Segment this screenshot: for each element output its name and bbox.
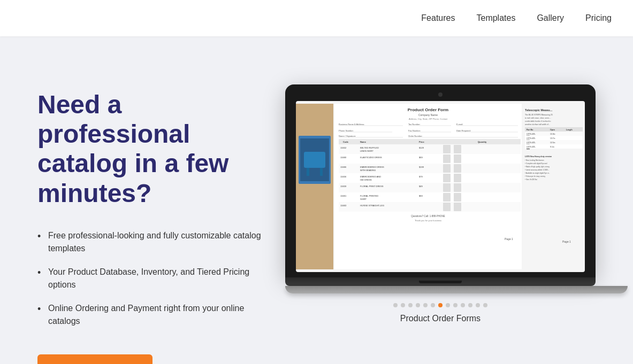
svg-rect-75 bbox=[454, 203, 461, 211]
carousel-dot-8[interactable] bbox=[446, 303, 450, 307]
svg-rect-64 bbox=[339, 192, 521, 202]
svg-text:Page 1: Page 1 bbox=[562, 240, 571, 243]
nav-templates[interactable]: Templates bbox=[476, 13, 515, 23]
svg-rect-5 bbox=[320, 168, 323, 176]
feature-item-1: Free professional-looking and fully cust… bbox=[37, 229, 264, 255]
svg-rect-58 bbox=[339, 183, 521, 192]
header: Features Templates Gallery Pricing bbox=[0, 0, 633, 36]
svg-text:LSTS New Heavy duty version: LSTS New Heavy duty version bbox=[525, 156, 552, 158]
carousel-dots bbox=[393, 303, 487, 307]
svg-text:Telescopic Measu...: Telescopic Measu... bbox=[525, 109, 553, 112]
carousel-dot-2[interactable] bbox=[401, 303, 405, 307]
carousel-dot-4[interactable] bbox=[416, 303, 420, 307]
svg-text:HID DRESS: HID DRESS bbox=[360, 179, 372, 181]
svg-text:ELASTICIZED DRESS: ELASTICIZED DRESS bbox=[360, 156, 382, 159]
svg-rect-50 bbox=[454, 164, 461, 173]
svg-text:Length: Length bbox=[566, 129, 573, 131]
main-nav: Features Templates Gallery Pricing bbox=[421, 13, 612, 23]
svg-text:13460: 13460 bbox=[340, 156, 347, 159]
svg-text:13466: 13466 bbox=[340, 166, 347, 168]
carousel-dot-5[interactable] bbox=[423, 303, 428, 307]
svg-text:$199: $199 bbox=[419, 166, 424, 168]
svg-text:$69: $69 bbox=[419, 156, 423, 159]
svg-text:Questions? Call: 1-888-PHONE: Questions? Call: 1-888-PHONE bbox=[411, 215, 445, 218]
svg-text:Business Name & Address:: Business Name & Address: bbox=[339, 123, 364, 126]
carousel-dot-7[interactable] bbox=[438, 303, 443, 307]
svg-text:• Telescopic for easy coming: • Telescopic for easy coming bbox=[525, 175, 545, 177]
svg-rect-51 bbox=[339, 173, 521, 183]
svg-rect-38 bbox=[339, 154, 521, 164]
laptop-stand bbox=[285, 286, 628, 293]
svg-text:Order Number:: Order Number: bbox=[408, 135, 423, 137]
svg-text:• Size: 8×230 flat: • Size: 8×230 flat bbox=[525, 179, 537, 181]
carousel-dot-11[interactable] bbox=[468, 303, 472, 307]
svg-text:EMBROIDERED DRESS: EMBROIDERED DRESS bbox=[360, 166, 384, 168]
svg-text:Quantity: Quantity bbox=[478, 141, 487, 143]
svg-text:$69: $69 bbox=[419, 195, 423, 197]
svg-text:• Latest accuracy added: 1/100: • Latest accuracy added: 1/1000... bbox=[525, 169, 550, 171]
svg-rect-70 bbox=[454, 193, 461, 202]
svg-text:EMBROIDERED AND: EMBROIDERED AND bbox=[360, 175, 381, 178]
carousel-dot-1[interactable] bbox=[393, 303, 398, 307]
svg-rect-57 bbox=[454, 174, 461, 182]
carousel-dot-9[interactable] bbox=[453, 303, 457, 307]
svg-text:Address, City, State, ZIP Phon: Address, City, State, ZIP Phone, Contact bbox=[409, 118, 448, 120]
svg-text:MM: MM bbox=[527, 148, 530, 150]
svg-text:13461: 13461 bbox=[340, 195, 347, 197]
hero-left-content: Need a professional catalog in a few min… bbox=[37, 79, 264, 364]
carousel-dot-10[interactable] bbox=[461, 303, 465, 307]
svg-text:• New Looking Mechanism: • New Looking Mechanism bbox=[525, 159, 544, 161]
svg-text:HI-RISE STRAIGHT-LEG: HI-RISE STRAIGHT-LEG bbox=[360, 204, 384, 207]
svg-rect-71 bbox=[339, 202, 521, 212]
svg-rect-44 bbox=[339, 164, 521, 173]
svg-text:BELTED RUFFLED: BELTED RUFFLED bbox=[360, 146, 379, 149]
svg-text:Fax Number:: Fax Number: bbox=[408, 129, 421, 132]
svg-text:13463: 13463 bbox=[340, 204, 347, 207]
svg-text:12.5in: 12.5in bbox=[550, 142, 555, 144]
svg-text:Page 1: Page 1 bbox=[505, 237, 513, 241]
svg-text:• Complete with digital Eye an: • Complete with digital Eye and bbox=[525, 162, 547, 165]
features-list: Free professional-looking and fully cust… bbox=[37, 229, 264, 328]
nav-pricing[interactable]: Pricing bbox=[585, 13, 612, 23]
nav-features[interactable]: Features bbox=[421, 13, 455, 23]
svg-rect-74 bbox=[443, 203, 451, 211]
feature-item-3: Online Ordering and Payment right from y… bbox=[37, 302, 264, 328]
svg-text:9.1in: 9.1in bbox=[550, 146, 554, 148]
svg-rect-63 bbox=[454, 183, 461, 192]
laptop-hinge bbox=[285, 277, 596, 286]
svg-rect-43 bbox=[454, 154, 461, 163]
svg-text:$49: $49 bbox=[419, 185, 423, 188]
svg-text:Open: Open bbox=[550, 129, 555, 131]
svg-rect-49 bbox=[443, 164, 451, 173]
svg-text:E-mail:: E-mail: bbox=[456, 123, 463, 126]
carousel-dot-13[interactable] bbox=[483, 303, 487, 307]
carousel-dot-3[interactable] bbox=[408, 303, 413, 307]
svg-text:weather-durface tall width of.: weather-durface tall width of... bbox=[525, 123, 550, 126]
svg-text:Date Required:: Date Required: bbox=[456, 129, 471, 132]
svg-text:Phone Number:: Phone Number: bbox=[339, 129, 354, 132]
svg-text:SHIRT: SHIRT bbox=[360, 198, 367, 200]
svg-text:FLORAL PRINTED: FLORAL PRINTED bbox=[360, 195, 378, 197]
laptop-notch bbox=[419, 281, 462, 283]
svg-text:Code: Code bbox=[343, 141, 349, 143]
svg-text:15.9in: 15.9in bbox=[550, 133, 555, 135]
svg-text:Company Name: Company Name bbox=[418, 113, 438, 117]
svg-text:Name: Name bbox=[360, 141, 367, 143]
svg-text:• Available as single digital : • Available as single digital Eye or... bbox=[525, 172, 550, 174]
svg-text:Product Order Form: Product Order Form bbox=[408, 107, 448, 112]
svg-text:FLORAL PRINT DRESS: FLORAL PRINT DRESS bbox=[360, 185, 384, 188]
svg-text:$79: $79 bbox=[419, 175, 423, 178]
svg-text:13459: 13459 bbox=[340, 185, 347, 188]
carousel-caption: Product Order Forms bbox=[400, 314, 481, 323]
laptop-mockup: Product Order Form Company Name Address,… bbox=[285, 84, 596, 293]
laptop-screen: Product Order Form Company Name Address,… bbox=[296, 101, 585, 272]
cta-button[interactable]: Start creating now bbox=[37, 354, 152, 364]
carousel-dot-12[interactable] bbox=[476, 303, 480, 307]
carousel-dot-6[interactable] bbox=[431, 303, 435, 307]
svg-rect-42 bbox=[443, 154, 451, 163]
svg-text:Thank you for your business: Thank you for your business bbox=[415, 219, 441, 222]
hero-right-content: Product Order Form Company Name Address,… bbox=[285, 79, 596, 323]
svg-text:Part No: Part No bbox=[527, 129, 533, 131]
svg-rect-0 bbox=[296, 104, 333, 269]
nav-gallery[interactable]: Gallery bbox=[537, 13, 564, 23]
